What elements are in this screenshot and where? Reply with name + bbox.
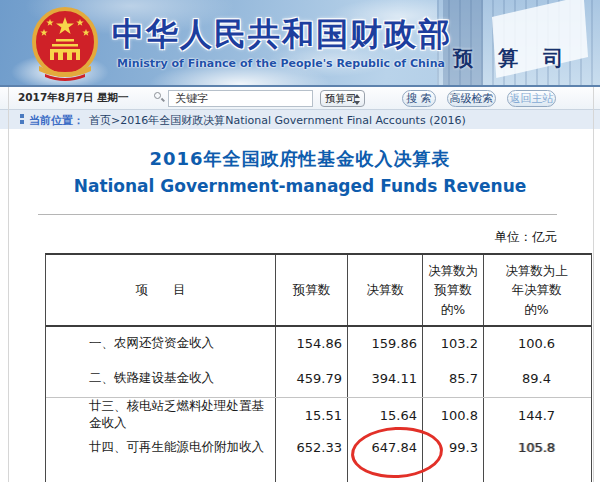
row-pct-prev: 144.7 — [484, 398, 589, 432]
table-row: 廿四、可再生能源电价附加收入 652.33 647.84 99.3 105.8 — [46, 431, 591, 464]
ministry-title-en: Ministry of Finance of the People's Repu… — [117, 57, 445, 70]
row-pct-prev: 100.6 — [484, 327, 589, 360]
row-item: 廿三、核电站乏燃料处理处置基金收入 — [46, 398, 276, 432]
ministry-title-cn: 中华人民共和国财政部 — [112, 13, 452, 57]
date-text: 2017年8月7日 星期一 — [18, 91, 129, 105]
divider — [38, 214, 557, 215]
row-budget: 15.51 — [276, 398, 348, 432]
search-button[interactable]: 搜 索 — [402, 90, 436, 107]
row-budget: 459.79 — [276, 360, 348, 397]
table-header-row: 项 目 预算数 决算数 决算数为预算数的% 决算数为上年决算数的% — [46, 255, 591, 327]
row-final: 394.11 — [348, 360, 423, 397]
breadcrumb-bullet-icon — [20, 114, 24, 125]
breadcrumb-label: 当前位置： — [29, 113, 84, 128]
table-row: 廿三、核电站乏燃料处理处置基金收入 15.51 15.64 100.8 144.… — [46, 398, 591, 431]
row-final: 159.86 — [348, 327, 423, 360]
breadcrumb: 当前位置： 首页>2016年全国财政决算National Government … — [0, 110, 600, 129]
advanced-search-button[interactable]: 高级检索 — [447, 90, 496, 107]
page-title-en: National Government-managed Funds Revenu… — [0, 176, 600, 196]
breadcrumb-path[interactable]: 首页>2016年全国财政决算National Government Final … — [89, 113, 466, 128]
header-item: 项 目 — [46, 255, 276, 325]
row-pct-prev: 89.4 — [484, 360, 589, 397]
row-pct-budget: 100.8 — [423, 398, 484, 432]
row-item: 二、铁路建设基金收入 — [46, 360, 276, 397]
page-title-cn: 2016年全国政府性基金收入决算表 — [0, 147, 600, 171]
table-row-cutoff — [46, 464, 591, 482]
scope-select-value: 预算司 — [325, 92, 357, 106]
search-input[interactable] — [168, 90, 313, 107]
page: 预 算 司 中华人民共和国财政部 Ministry of Finance of … — [0, 0, 600, 482]
row-pct-prev: 105.8 — [484, 431, 589, 464]
row-item: 一、农网还贷资金收入 — [46, 327, 276, 360]
table-row: 一、农网还贷资金收入 154.86 159.86 103.2 100.6 — [46, 327, 591, 360]
header-pct-of-prev-year: 决算数为上年决算数的% — [484, 255, 589, 325]
banner-building-art: 预 算 司 — [437, 0, 600, 85]
row-pct-budget: 85.7 — [423, 360, 484, 397]
select-stepper-icon — [354, 93, 361, 106]
row-item: 廿四、可再生能源电价附加收入 — [46, 431, 276, 464]
header-budget: 预算数 — [276, 255, 348, 325]
header-pct-of-budget: 决算数为预算数的% — [423, 255, 484, 325]
header-final: 决算数 — [348, 255, 423, 325]
department-title: 预 算 司 — [453, 45, 572, 72]
header-banner: 预 算 司 中华人民共和国财政部 Ministry of Finance of … — [0, 0, 600, 87]
table-row: 二、铁路建设基金收入 459.79 394.11 85.7 89.4 — [46, 360, 591, 398]
search-icon — [154, 92, 166, 104]
toolbar: 2017年8月7日 星期一 预算司 搜 索 高级检索 返回主站 — [0, 87, 600, 110]
row-pct-budget: 103.2 — [423, 327, 484, 360]
return-main-site-button[interactable]: 返回主站 — [507, 90, 556, 107]
scope-select[interactable]: 预算司 — [320, 90, 365, 107]
unit-label: 单位：亿元 — [495, 229, 558, 246]
row-budget: 652.33 — [276, 431, 348, 464]
national-emblem-icon — [31, 6, 99, 82]
row-budget: 154.86 — [276, 327, 348, 360]
data-table: 项 目 预算数 决算数 决算数为预算数的% 决算数为上年决算数的% 一、农网还贷… — [45, 253, 592, 482]
